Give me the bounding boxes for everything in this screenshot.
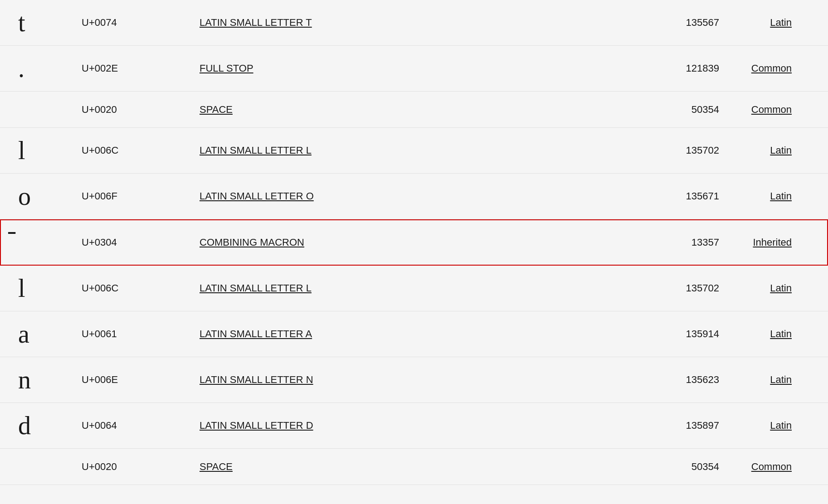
script-link[interactable]: Common xyxy=(719,63,810,74)
table-row: U+0020SPACE50354Common xyxy=(0,449,828,485)
script-link[interactable]: Inherited xyxy=(719,237,810,248)
codepoint: U+0061 xyxy=(73,328,190,340)
codepoint: U+0304 xyxy=(73,237,190,248)
codepoint: U+006C xyxy=(73,282,190,294)
script-link[interactable]: Latin xyxy=(719,328,810,340)
script-link[interactable]: Latin xyxy=(719,282,810,294)
character-name-link[interactable]: LATIN SMALL LETTER D xyxy=(190,420,628,431)
table-row: lU+006CLATIN SMALL LETTER L135702Latin xyxy=(0,128,828,174)
table-row: U+0020SPACE50354Common xyxy=(0,92,828,128)
frequency-count: 116719 xyxy=(628,502,719,504)
table-row: oU+006FLATIN SMALL LETTER O135671Latin xyxy=(0,174,828,219)
script-link[interactable]: Common xyxy=(719,502,810,504)
frequency-count: 50354 xyxy=(628,104,719,116)
character-name-link[interactable]: LATIN SMALL LETTER N xyxy=(190,374,628,386)
codepoint: U+0064 xyxy=(73,420,190,431)
codepoint: U+0020 xyxy=(73,461,190,473)
character-glyph: t xyxy=(18,8,73,37)
character-glyph: d xyxy=(18,411,73,440)
codepoint: U+006E xyxy=(73,374,190,386)
codepoint: U+0020 xyxy=(73,104,190,116)
character-glyph: ̄ xyxy=(18,228,73,257)
script-link[interactable]: Latin xyxy=(719,190,810,202)
character-glyph: o xyxy=(18,182,73,211)
frequency-count: 121839 xyxy=(628,63,719,74)
table-row: aU+0061LATIN SMALL LETTER A135914Latin xyxy=(0,311,828,357)
codepoint: U+006F xyxy=(73,190,190,202)
table-row: dU+0064LATIN SMALL LETTER D135897Latin xyxy=(0,403,828,449)
script-link[interactable]: Latin xyxy=(719,17,810,29)
character-name-link[interactable]: LATIN SMALL LETTER O xyxy=(190,190,628,202)
character-glyph: l xyxy=(18,136,73,165)
table-row: .U+002EFULL STOP121839Common xyxy=(0,46,828,92)
script-link[interactable]: Latin xyxy=(719,374,810,386)
frequency-count: 135702 xyxy=(628,145,719,156)
character-name-link[interactable]: LATIN SMALL LETTER A xyxy=(190,328,628,340)
character-glyph: . xyxy=(18,54,73,83)
codepoint: U+0074 xyxy=(73,17,190,29)
table-row: ̄U+0304COMBINING MACRON13357Inherited xyxy=(0,219,828,266)
frequency-count: 135702 xyxy=(628,282,719,294)
character-name-link[interactable]: SPACE xyxy=(190,104,628,116)
character-name-link[interactable]: LATIN SMALL LETTER L xyxy=(190,282,628,294)
codepoint: U+006C xyxy=(73,145,190,156)
frequency-count: 135567 xyxy=(628,17,719,29)
table-row: lU+006CLATIN SMALL LETTER L135702Latin xyxy=(0,266,828,311)
script-link[interactable]: Common xyxy=(719,104,810,116)
table-row: –U+002DHYPHEN-MINUS116719Common xyxy=(0,485,828,504)
table-row: tU+0074LATIN SMALL LETTER T135567Latin xyxy=(0,0,828,46)
character-glyph: – xyxy=(18,493,73,504)
frequency-count: 135671 xyxy=(628,190,719,202)
frequency-count: 135914 xyxy=(628,328,719,340)
character-name-link[interactable]: HYPHEN-MINUS xyxy=(190,502,628,504)
character-name-link[interactable]: LATIN SMALL LETTER L xyxy=(190,145,628,156)
character-table: tU+0074LATIN SMALL LETTER T135567Latin.U… xyxy=(0,0,828,504)
script-link[interactable]: Latin xyxy=(719,145,810,156)
character-glyph: n xyxy=(18,365,73,394)
character-glyph: a xyxy=(18,320,73,349)
codepoint: U+002E xyxy=(73,63,190,74)
character-name-link[interactable]: LATIN SMALL LETTER T xyxy=(190,17,628,29)
frequency-count: 13357 xyxy=(628,237,719,248)
frequency-count: 50354 xyxy=(628,461,719,473)
codepoint: U+002D xyxy=(73,502,190,504)
script-link[interactable]: Common xyxy=(719,461,810,473)
script-link[interactable]: Latin xyxy=(719,420,810,431)
character-name-link[interactable]: SPACE xyxy=(190,461,628,473)
table-row: nU+006ELATIN SMALL LETTER N135623Latin xyxy=(0,357,828,403)
character-glyph: l xyxy=(18,274,73,303)
character-name-link[interactable]: FULL STOP xyxy=(190,63,628,74)
frequency-count: 135623 xyxy=(628,374,719,386)
character-name-link[interactable]: COMBINING MACRON xyxy=(190,237,628,248)
frequency-count: 135897 xyxy=(628,420,719,431)
